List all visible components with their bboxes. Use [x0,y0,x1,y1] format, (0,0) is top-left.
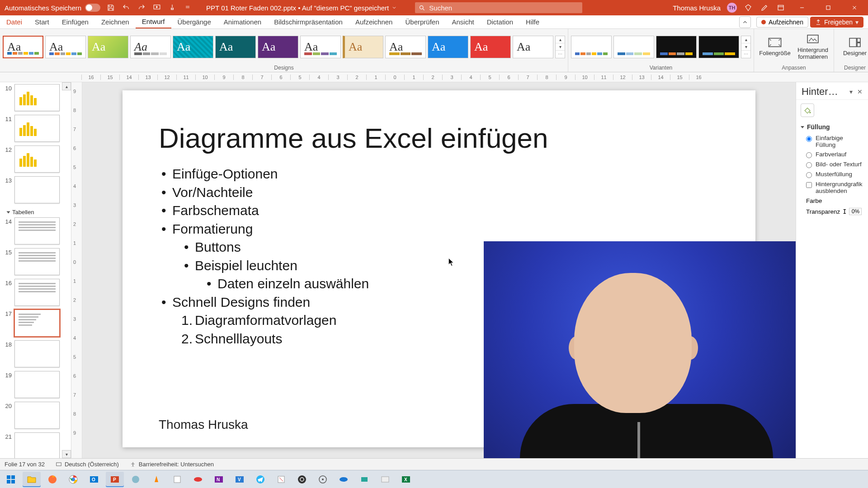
redo-icon[interactable] [137,3,146,13]
tab-animations[interactable]: Animationen [217,15,268,28]
tab-start[interactable]: Start [28,15,56,28]
theme-thumb[interactable]: Aa [45,36,86,58]
undo-icon[interactable] [121,3,131,13]
theme-thumb[interactable]: Aa [343,36,383,58]
app-icon[interactable] [127,472,145,487]
search-input[interactable] [429,4,579,12]
variant-more-button[interactable]: ▴▾⋯ [741,36,751,58]
outlook-icon[interactable]: O [85,472,103,487]
app-icon[interactable] [168,472,186,487]
close-button[interactable] [844,0,864,15]
user-name[interactable]: Thomas Hruska [673,4,721,12]
minimize-button[interactable] [792,0,812,15]
chevron-down-icon[interactable] [392,5,397,10]
tab-design[interactable]: Entwurf [136,15,171,28]
theme-thumb[interactable]: Aa [470,36,511,58]
section-header[interactable]: Tabellen [2,207,68,217]
obs-icon[interactable] [293,472,311,487]
fill-pattern-option[interactable]: Musterfüllung [801,169,863,179]
app-icon[interactable] [272,472,290,487]
slide-thumbnail[interactable] [14,310,60,337]
user-avatar[interactable]: TH [727,3,737,13]
language-indicator[interactable]: Deutsch (Österreich) [56,461,119,468]
tab-draw[interactable]: Zeichnen [95,15,136,28]
theme-thumb[interactable]: Aa [513,36,553,58]
close-icon[interactable]: ✕ [855,88,864,95]
touch-mode-icon[interactable] [167,3,177,13]
slide-thumbnail[interactable] [14,432,60,458]
theme-thumb[interactable]: Aa [215,36,256,58]
share-button[interactable]: Freigeben▾ [810,17,863,28]
variant-thumb[interactable] [656,36,697,58]
scroll-down-button[interactable]: ▾ [62,450,71,458]
diamond-icon[interactable] [743,3,753,13]
app-icon[interactable] [335,472,353,487]
slide-thumbnail[interactable] [14,371,60,398]
scroll-up-button[interactable]: ▴ [62,82,71,90]
tab-help[interactable]: Hilfe [519,15,546,28]
app-icon[interactable] [376,472,394,487]
autosave-toggle[interactable]: Automatisches Speichern [5,4,100,12]
bullet-item[interactable]: Vor/Nachteile [159,183,719,202]
slide-footer[interactable]: Thomas Hruska [159,418,248,432]
save-icon[interactable] [106,3,116,13]
format-background-button[interactable]: Hintergrund formatieren [795,33,831,60]
record-button[interactable]: Aufzeichnen [756,17,808,28]
slideshow-icon[interactable] [152,3,162,13]
designer-button[interactable]: Designer [837,37,868,56]
variant-thumb[interactable] [698,36,739,58]
theme-thumb[interactable]: Aa [258,36,298,58]
firefox-icon[interactable] [43,472,61,487]
excel-icon[interactable]: X [397,472,415,487]
theme-thumb[interactable]: Aa [385,36,426,58]
slide-thumbnail[interactable] [14,279,60,306]
bullet-item[interactable]: Einfüge-Optionen [159,165,719,183]
slide-thumbnail[interactable] [14,115,60,142]
canvas-area[interactable]: Diagramme aus Excel einfügen Einfüge-Opt… [82,82,796,458]
accessibility-status[interactable]: Barrierefreiheit: Untersuchen [130,461,214,468]
app-icon[interactable] [189,472,207,487]
slide-thumbnail[interactable] [14,176,60,203]
theme-thumb[interactable]: Aa [88,36,128,58]
window-icon[interactable] [776,3,786,13]
variant-thumb[interactable] [613,36,654,58]
visio-icon[interactable]: V [231,472,249,487]
slide-title[interactable]: Diagramme aus Excel einfügen [159,122,719,154]
tab-review[interactable]: Überprüfen [399,15,445,28]
slide-thumbnail[interactable] [14,145,60,173]
onenote-icon[interactable]: N [210,472,228,487]
telegram-icon[interactable] [251,472,269,487]
paint-bucket-icon[interactable] [801,103,814,117]
fill-section-header[interactable]: Füllung [801,123,863,131]
tab-record[interactable]: Aufzeichnen [349,15,399,28]
slide-thumbnail[interactable] [14,248,60,275]
theme-thumb[interactable]: Aa [300,36,341,58]
fill-solid-option[interactable]: Einfarbige Füllung [801,133,863,150]
tab-file[interactable]: Datei [0,15,28,28]
fill-gradient-option[interactable]: Farbverlauf [801,150,863,160]
app-icon[interactable] [355,472,373,487]
slide-counter[interactable]: Folie 17 von 32 [5,461,45,468]
app-icon[interactable] [314,472,332,487]
slide-size-button[interactable]: Foliengröße [757,37,793,56]
search-box[interactable] [415,2,582,13]
powerpoint-icon[interactable]: P [106,472,124,487]
tab-slideshow[interactable]: Bildschirmpräsentation [268,15,349,28]
qat-more-icon[interactable] [183,3,193,13]
bullet-item[interactable]: Farbschemata [159,202,719,220]
tab-dictation[interactable]: Dictation [481,15,519,28]
theme-thumb[interactable]: Aa [3,36,43,58]
bullet-item[interactable]: Formatierung [159,220,719,239]
tab-view[interactable]: Ansicht [446,15,481,28]
pen-icon[interactable] [760,3,769,13]
tab-insert[interactable]: Einfügen [56,15,95,28]
toggle-switch[interactable] [85,4,100,12]
theme-thumb[interactable]: Aa [130,36,171,58]
chrome-icon[interactable] [64,472,82,487]
theme-thumb[interactable]: Aa [173,36,213,58]
theme-thumb[interactable]: Aa [428,36,468,58]
slide-thumbnail[interactable] [14,402,60,429]
slide-thumbnail[interactable] [14,340,60,367]
slide-thumbnail[interactable] [14,84,60,111]
start-button[interactable] [2,472,20,487]
